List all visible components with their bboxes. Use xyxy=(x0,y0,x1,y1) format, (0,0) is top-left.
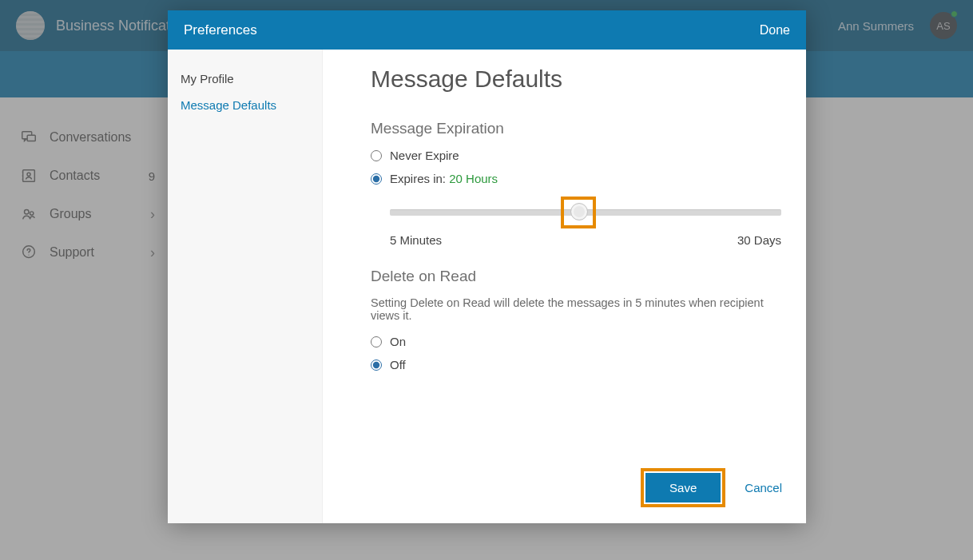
cancel-button[interactable]: Cancel xyxy=(745,481,782,494)
modal-header: Preferences Done xyxy=(168,10,806,50)
radio-never-expire-input[interactable] xyxy=(371,150,382,161)
expires-prefix: Expires in: xyxy=(390,172,446,185)
radio-expires-in[interactable]: Expires in: 20 Hours xyxy=(371,172,782,185)
radio-label: On xyxy=(390,335,406,348)
modal-content: Message Defaults Message Expiration Neve… xyxy=(323,50,806,523)
radio-never-expire[interactable]: Never Expire xyxy=(371,149,782,162)
done-button[interactable]: Done xyxy=(760,23,790,38)
radio-label: Off xyxy=(390,358,406,371)
slider-handle[interactable] xyxy=(570,203,588,220)
radio-delete-on[interactable]: On xyxy=(371,335,782,348)
delete-on-read-help: Setting Delete on Read will delete the m… xyxy=(371,296,782,322)
slider-labels: 5 Minutes 30 Days xyxy=(390,233,781,247)
modal-footer: Save Cancel xyxy=(371,460,782,507)
page-title: Message Defaults xyxy=(371,66,782,93)
radio-delete-off[interactable]: Off xyxy=(371,358,782,371)
save-button[interactable]: Save xyxy=(645,473,721,502)
pref-tab-my-profile[interactable]: My Profile xyxy=(181,66,309,92)
modal-sidebar: My Profile Message Defaults xyxy=(168,50,323,523)
radio-expires-in-input[interactable] xyxy=(371,173,382,185)
radio-delete-off-input[interactable] xyxy=(371,359,382,371)
pref-tab-message-defaults[interactable]: Message Defaults xyxy=(181,92,309,118)
slider-max-label: 30 Days xyxy=(737,233,781,247)
radio-label: Expires in: 20 Hours xyxy=(390,172,498,185)
slider-min-label: 5 Minutes xyxy=(390,233,442,247)
save-highlight-box: Save xyxy=(641,468,725,507)
radio-delete-on-input[interactable] xyxy=(371,336,382,348)
preferences-modal: Preferences Done My Profile Message Defa… xyxy=(168,10,806,523)
expiration-slider[interactable] xyxy=(390,200,781,227)
radio-label: Never Expire xyxy=(390,149,459,162)
app-shell: Business Notification Ann Summers AS Con… xyxy=(0,0,973,560)
section-title-expiration: Message Expiration xyxy=(371,120,782,137)
modal-title: Preferences xyxy=(184,22,257,38)
section-title-delete-on-read: Delete on Read xyxy=(371,268,782,285)
expires-value: 20 Hours xyxy=(449,172,498,185)
